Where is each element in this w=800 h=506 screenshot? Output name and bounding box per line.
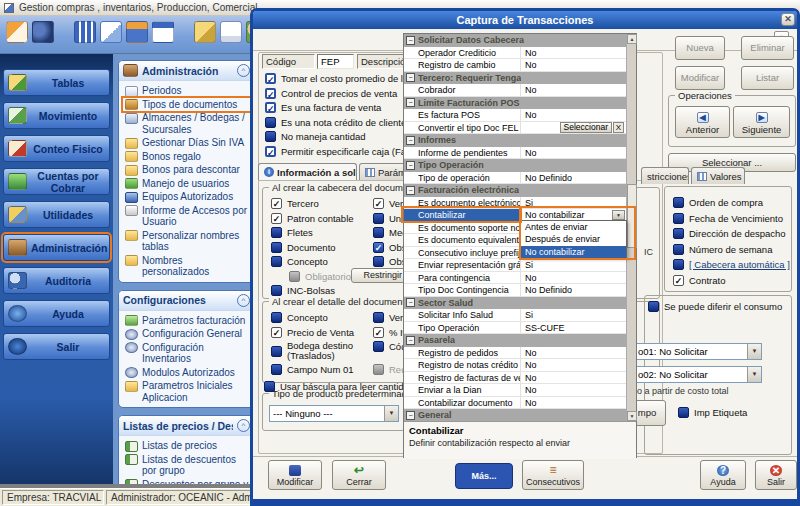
seleccionar-fel-button[interactable]: Seleccionar [560,122,612,133]
grid-row-tipo-de-operaci-n[interactable]: Tipo de operaciónNo Definido [404,172,626,185]
checkbox-usar-b-scula-para-leer-cantidad[interactable]: Usar báscula para leer cantidad [264,381,414,392]
tab-restricciones[interactable]: stricciones [641,167,689,184]
collapse-minus-icon[interactable]: − [406,36,415,45]
dropdown-option-no-contabilizar[interactable]: No contabilizar [521,246,626,258]
grid-row-tipo-operaci-n[interactable]: Tipo OperaciónSS-CUFE [404,322,626,335]
grid-row-cobrador[interactable]: CobradorNo [404,84,626,97]
tab-valores[interactable]: Valores [691,167,745,184]
collapse-minus-icon[interactable]: − [406,298,415,307]
checkbox-orden-de-compra[interactable]: Orden de compra [673,197,763,208]
checkbox-bodega-destino-traslados[interactable]: Bodega destino (Traslados) [271,341,371,361]
collapse-minus-icon[interactable]: − [406,73,415,82]
checkbox-se-puede-diferir-el-consumo[interactable]: Se puede diferir el consumo [648,301,782,312]
checkbox-fecha-de-vencimiento[interactable]: Fecha de Vencimiento [673,213,783,224]
campo01-select[interactable]: o01: No Solicitar ▼ [634,343,762,360]
copy-icon[interactable] [100,21,122,43]
grid-scrollbar[interactable]: ▲ ▼ [626,34,636,421]
checkbox-control-de-precios-de-venta[interactable]: ✓Control de precios de venta [265,88,397,99]
sidebar-item-tablas[interactable]: Tablas [3,69,110,96]
campo02-select[interactable]: o02: No Solicitar ▼ [634,366,762,383]
nav-item-listas-de-precios[interactable]: Listas de precios [123,439,252,453]
grid-group-tipo-operaci-n[interactable]: −Tipo Operación [404,159,626,172]
form-icon[interactable] [6,21,28,43]
checkbox-direcci-n-de-despacho[interactable]: Dirección de despacho [673,228,786,239]
nav-item-configuraci-n-general[interactable]: Configuración General [123,327,252,341]
nav-item-bonos-para-descontar[interactable]: Bonos para descontar [123,163,252,177]
nav-item-tipos-de-documentos[interactable]: Tipos de documentos [123,98,252,112]
collapse-minus-icon[interactable]: − [406,411,415,420]
grid-icon[interactable] [74,21,96,43]
grid-group-limite-facturaci-n-pos[interactable]: −Limite Facturación POS [404,97,626,110]
checkbox-cabecera-autom-tica[interactable]: [ Cabecera automática ] [673,259,790,270]
grid-group-general[interactable]: −General [404,409,626,421]
mail-icon[interactable] [194,21,216,43]
collapse-minus-icon[interactable]: − [406,98,415,107]
sidebar-item-movimiento[interactable]: Movimiento [3,102,110,129]
sidebar-item-ayuda[interactable]: Ayuda [3,300,110,327]
sidebar-item-utilidades[interactable]: Utilidades [3,201,110,228]
grid-row-informe-de-pendientes[interactable]: Informe de pendientesNo [404,147,626,160]
grid-row-para-contingencia[interactable]: Para contingenciaNo [404,272,626,285]
grid-row-registro-de-facturas-de-venta[interactable]: Registro de facturas de ventaNo [404,372,626,385]
sidebar-item-salir[interactable]: Salir [3,333,110,360]
checkbox-fletes[interactable]: Fletes [271,227,313,238]
scroll-up-icon[interactable]: ▲ [627,34,637,44]
grid-row-operador-crediticio[interactable]: Operador CrediticioNo [404,47,626,60]
checkbox-no-maneja-cantidad[interactable]: No maneja cantidad [265,131,366,142]
scrollbar-thumb[interactable] [627,184,637,248]
scroll-down-icon[interactable]: ▼ [627,411,637,421]
dropdown-option-antes-de-enviar[interactable]: Antes de enviar [521,221,626,233]
collapse-minus-icon[interactable]: − [406,186,415,195]
sidebar-item-cuentas-por-cobrar[interactable]: Cuentas por Cobrar [3,168,110,195]
collapse-icon[interactable]: ^ [237,294,250,307]
grid-row-registro-de-notas-cr-dito[interactable]: Registro de notas créditoNo [404,359,626,372]
collapse-minus-icon[interactable]: − [406,336,415,345]
siguiente-button[interactable]: ▶ Siguiente [733,106,790,138]
binoculars-search-icon[interactable] [32,21,54,43]
grid-row-registro-de-cambio[interactable]: Registro de cambioNo [404,59,626,72]
grid-row-contabilizar-documento[interactable]: Contabilizar documentoNo [404,397,626,410]
checkbox-es-una-nota-cr-dito-de-clientes[interactable]: Es una nota crédito de clientes [265,117,411,128]
checkbox-concepto[interactable]: Concepto [271,312,328,323]
nav-item-configuraci-n-inventarios[interactable]: Configuración Inventarios [123,341,252,366]
nav-item-parametros-iniciales-aplicacion[interactable]: Parametros Iniciales Aplicacion [123,379,252,404]
sidebar-item-conteo-fisico[interactable]: Conteo Fisico [3,135,110,162]
nav-item-periodos[interactable]: Periodos [123,84,252,98]
consecutivos-button[interactable]: ≡Consecutivos [522,460,584,490]
salir-button[interactable]: ✕Salir [755,460,797,490]
anterior-button[interactable]: ◀ Anterior [675,106,730,138]
nav-item-listas-de-descuentos-por-grupo[interactable]: Listas de descuentos por grupo [123,453,252,478]
grid-row-es-documento-electr-nico[interactable]: Es documento electrónicoSi [404,197,626,210]
sidebar-item-administraci-n[interactable]: Administración [3,234,110,261]
nav-item-bonos-regalo[interactable]: Bonos regalo [123,150,252,164]
collapse-minus-icon[interactable]: − [406,136,415,145]
document-icon[interactable] [220,21,242,43]
modificar-button[interactable]: Modificar [268,460,322,490]
collapse-icon[interactable]: ^ [237,419,250,432]
nav-item-manejo-de-usuarios[interactable]: Manejo de usuarios [123,177,252,191]
grid-group-informes[interactable]: −Informes [404,134,626,147]
m-s-button[interactable]: Más... [455,463,513,489]
grid-row-enviar-representaci-n-gr-fica[interactable]: Enviar representación gráficaSi [404,259,626,272]
nav-item-almacenes-bodegas-sucursales[interactable]: Almacenes / Bodegas / Sucursales [123,111,252,136]
checkbox-imp-etiqueta[interactable]: Imp Etiqueta [678,407,747,418]
tipo-producto-select[interactable]: --- Ninguno --- ▼ [269,405,399,422]
grid-row-convertir-el-tipo-doc-fel[interactable]: Convertir el tipo Doc FELSeleccionarX [404,122,626,135]
dropdown-option-despu-s-de-enviar[interactable]: Después de enviar [521,233,626,245]
collapse-icon[interactable]: ^ [237,64,250,77]
nav-item-informe-de-accesos-por-usuario[interactable]: Informe de Accesos por Usuario [123,204,252,229]
grid-row-solicitar-info-salud[interactable]: Solicitar Info SaludSi [404,309,626,322]
eliminar-button[interactable]: Eliminar [741,36,794,60]
nav-item-equipos-autorizados[interactable]: Equipos Autorizados [123,190,252,204]
grid-group-tercero-requerir-tenga[interactable]: −Tercero: Requerir Tenga [404,72,626,85]
nav-item-par-metros-facturaci-n[interactable]: Parámetros facturación [123,314,252,328]
collapse-minus-icon[interactable]: − [406,161,415,170]
ayuda-button[interactable]: ?Ayuda [700,460,746,490]
checkbox-documento[interactable]: Documento [271,242,336,253]
table-new-icon[interactable] [126,21,148,43]
close-icon[interactable]: ✕ [781,13,795,26]
checkbox-tercero[interactable]: ✓Tercero [271,198,319,209]
nav-item-modulos-autorizados[interactable]: Modulos Autorizados [123,366,252,380]
tab-informacion-a-solicitar[interactable]: i Información a solicitar [258,163,357,180]
checkbox-precio-de-venta[interactable]: ✓Precio de Venta [271,327,354,338]
